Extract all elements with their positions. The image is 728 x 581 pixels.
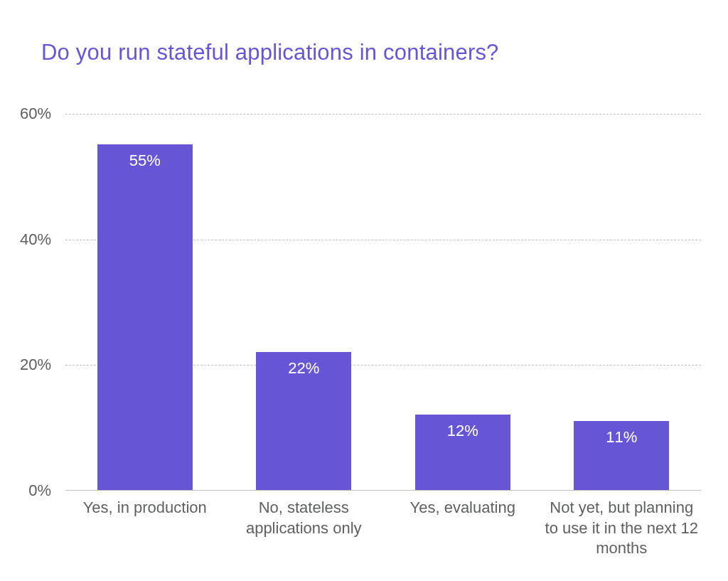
xtick-yes-production: Yes, in production	[65, 498, 225, 518]
ytick-0: 0%	[28, 481, 51, 500]
bar-label-no-stateless: 22%	[256, 359, 351, 378]
bar-not-yet: 11%	[574, 421, 669, 490]
chart-title: Do you run stateful applications in cont…	[41, 40, 499, 65]
plot-area: 60% 40% 20% 0% 55% 22% 12% 11% Yes, in p…	[65, 114, 701, 491]
bar-no-stateless: 22%	[256, 352, 351, 490]
bar-yes-evaluating: 12%	[415, 415, 510, 490]
xtick-no-stateless: No, stateless applications only	[225, 498, 384, 538]
bar-label-not-yet: 11%	[574, 428, 669, 447]
chart-canvas: Do you run stateful applications in cont…	[0, 0, 728, 581]
gridline-60	[65, 114, 701, 114]
ytick-20: 20%	[20, 356, 51, 374]
ytick-40: 40%	[20, 230, 51, 249]
bar-yes-production: 55%	[97, 144, 193, 490]
bar-label-yes-production: 55%	[97, 151, 193, 170]
xtick-yes-evaluating: Yes, evaluating	[383, 498, 542, 518]
bar-label-yes-evaluating: 12%	[415, 422, 510, 440]
ytick-60: 60%	[20, 105, 51, 123]
xtick-not-yet: Not yet, but planning to use it in the n…	[542, 498, 702, 559]
